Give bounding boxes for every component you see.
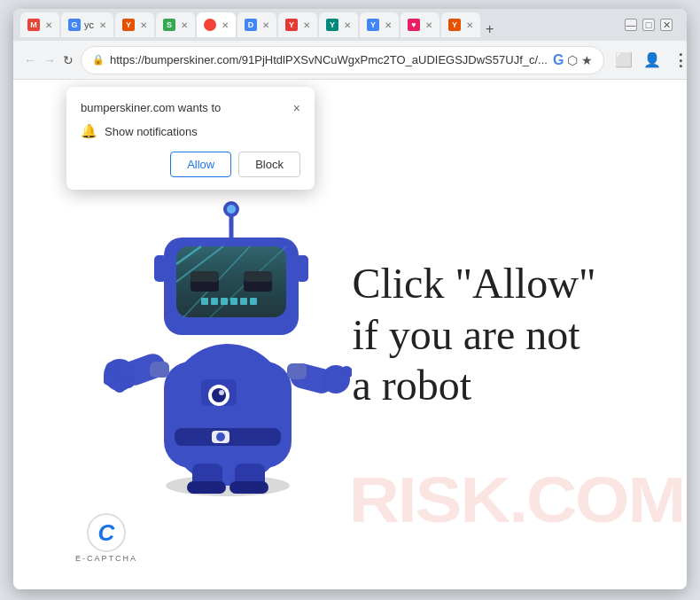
tab-close-y3[interactable]: ✕ [344,20,351,30]
back-button[interactable]: ← [24,48,36,73]
tab-close-y6[interactable]: ✕ [466,20,473,30]
browser-window: M ✕ G yc ✕ Y ✕ S ✕ ✕ [13,9,687,589]
lock-icon: 🔒 [92,54,105,66]
address-bar[interactable]: 🔒 https://bumperskiner.com/91PjHtdlPXSvN… [81,46,604,74]
close-button[interactable]: ✕ [660,19,673,31]
menu-button[interactable]: ⋮ [668,48,687,73]
google-icon: G [553,52,564,68]
svg-point-8 [212,388,226,402]
svg-rect-35 [221,298,228,305]
click-text-line2: if you are not [352,309,595,361]
svg-point-5 [216,432,225,441]
tab-favicon-y5: ♥ [408,19,420,31]
maximize-button[interactable]: □ [642,19,655,31]
tab-close-google[interactable]: ✕ [99,20,106,30]
tab-y3[interactable]: Y ✕ [319,12,358,37]
svg-rect-30 [191,271,219,282]
tab-y1[interactable]: Y ✕ [115,12,154,37]
svg-rect-33 [201,298,208,305]
tab-close-gmail[interactable]: ✕ [45,20,52,30]
popup-permission: 🔔 Show notifications [81,123,300,139]
tab-favicon-y4: Y [367,19,379,31]
bell-icon: 🔔 [81,123,97,139]
popup-header: bumperskiner.com wants to × [81,101,300,114]
extensions-button[interactable]: ⬜ [611,48,636,73]
tab-y6[interactable]: Y ✕ [441,12,480,37]
extensions-icon[interactable]: ⬡ [567,53,578,67]
tab-close-y2[interactable]: ✕ [303,20,310,30]
profile-button[interactable]: 👤 [640,48,665,73]
svg-rect-38 [250,298,257,305]
tab-y4[interactable]: Y ✕ [360,12,399,37]
url-text: https://bumperskiner.com/91PjHtdlPXSvNCu… [110,53,548,66]
tab-favicon-save: S [163,19,175,31]
popup-buttons: Allow Block [81,152,300,177]
block-button[interactable]: Block [238,152,300,177]
minimize-button[interactable]: — [625,19,637,31]
address-bar-icons: G ⬡ ★ [553,52,593,68]
forward-button[interactable]: → [43,48,56,73]
captcha-badge: C E-CAPTCHA [75,513,137,563]
tab-favicon-active [204,19,216,31]
tab-close-d[interactable]: ✕ [262,20,269,30]
add-tab-button[interactable]: + [482,21,497,37]
refresh-button[interactable]: ↻ [63,48,74,73]
tab-close-save[interactable]: ✕ [181,20,188,30]
svg-rect-37 [240,298,247,305]
tabs-bar: M ✕ G yc ✕ Y ✕ S ✕ ✕ [20,12,621,37]
svg-rect-47 [229,481,268,494]
svg-rect-2 [164,362,292,468]
svg-point-41 [227,205,236,214]
tab-favicon-y3: Y [326,19,338,31]
svg-rect-34 [211,298,218,305]
tab-favicon-google: G [68,19,81,31]
click-text-line1: Click "Allow" [352,258,595,309]
click-allow-text: Click "Allow" if you are not a robot [352,258,595,411]
tab-y5[interactable]: ♥ ✕ [401,12,439,37]
tab-close-active[interactable]: ✕ [222,20,229,30]
tab-label-google: yc [84,19,94,30]
popup-title: bumperskiner.com wants to [81,101,221,114]
bookmark-icon[interactable]: ★ [581,53,593,67]
tab-close-y1[interactable]: ✕ [140,20,147,30]
tab-active[interactable]: ✕ [197,12,236,37]
svg-rect-16 [150,362,169,378]
click-text-line3: a robot [352,360,595,411]
tab-gmail[interactable]: M ✕ [20,12,59,37]
tab-close-y5[interactable]: ✕ [425,20,432,30]
tab-favicon-y2: Y [285,19,298,31]
svg-rect-20 [287,363,307,379]
title-bar: M ✕ G yc ✕ Y ✕ S ✕ ✕ [13,9,687,41]
svg-rect-36 [230,298,237,305]
window-controls: — □ ✕ [625,19,673,31]
tab-close-y4[interactable]: ✕ [385,20,392,30]
tab-y2[interactable]: Y ✕ [278,12,317,37]
popup-close-button[interactable]: × [293,102,300,114]
captcha-logo: C [87,513,126,552]
svg-point-9 [219,390,224,395]
nav-bar: ← → ↻ 🔒 https://bumperskiner.com/91PjHtd… [13,41,687,80]
notification-popup: bumperskiner.com wants to × 🔔 Show notif… [66,87,315,190]
tab-favicon-y6: Y [448,19,461,31]
tab-favicon-gmail: M [27,19,40,31]
tab-d[interactable]: D ✕ [237,12,276,37]
tab-favicon-d: D [245,19,257,31]
page-content: bumperskiner.com wants to × 🔔 Show notif… [13,80,687,589]
svg-rect-43 [296,255,308,282]
svg-rect-42 [154,255,167,282]
allow-button[interactable]: Allow [170,152,231,177]
svg-rect-46 [187,481,226,494]
tab-google[interactable]: G yc ✕ [61,12,113,37]
watermark: RISK.COM [349,464,684,536]
svg-rect-32 [244,271,272,282]
captcha-label: E-CAPTCHA [75,554,137,563]
tab-save[interactable]: S ✕ [156,12,195,37]
robot-image [104,167,352,503]
permission-text: Show notifications [105,125,198,138]
nav-right-icons: ⬜ 👤 ⋮ [611,48,687,73]
svg-point-15 [122,376,135,388]
tab-favicon-y1: Y [122,19,135,31]
